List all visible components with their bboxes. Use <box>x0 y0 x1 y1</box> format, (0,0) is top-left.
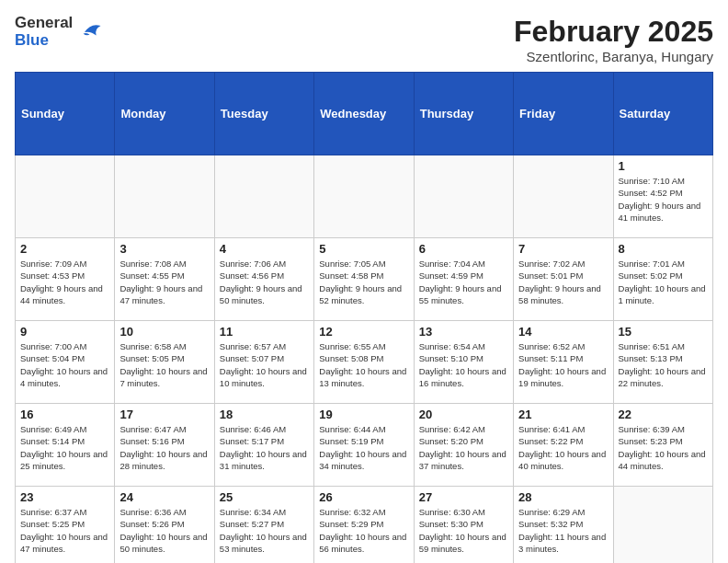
day-cell: 10Sunrise: 6:58 AM Sunset: 5:05 PM Dayli… <box>115 321 214 404</box>
day-cell: 6Sunrise: 7:04 AM Sunset: 4:59 PM Daylig… <box>414 238 513 321</box>
day-cell <box>16 155 115 238</box>
day-info: Sunrise: 7:05 AM Sunset: 4:58 PM Dayligh… <box>319 258 408 306</box>
day-number: 13 <box>419 325 508 339</box>
day-info: Sunrise: 6:44 AM Sunset: 5:19 PM Dayligh… <box>319 423 408 472</box>
day-cell: 16Sunrise: 6:49 AM Sunset: 5:14 PM Dayli… <box>16 404 115 487</box>
day-info: Sunrise: 7:01 AM Sunset: 5:02 PM Dayligh… <box>619 258 708 306</box>
day-info: Sunrise: 6:57 AM Sunset: 5:07 PM Dayligh… <box>220 340 309 389</box>
day-cell: 5Sunrise: 7:05 AM Sunset: 4:58 PM Daylig… <box>314 238 414 321</box>
day-cell <box>514 155 613 238</box>
day-number: 9 <box>20 325 109 339</box>
day-info: Sunrise: 6:42 AM Sunset: 5:20 PM Dayligh… <box>419 423 508 472</box>
day-number: 21 <box>518 408 608 421</box>
day-number: 26 <box>319 490 408 504</box>
day-cell: 12Sunrise: 6:55 AM Sunset: 5:08 PM Dayli… <box>314 321 414 404</box>
day-number: 25 <box>220 490 309 504</box>
day-info: Sunrise: 6:41 AM Sunset: 5:22 PM Dayligh… <box>518 423 608 472</box>
day-number: 24 <box>119 490 209 504</box>
day-cell: 11Sunrise: 6:57 AM Sunset: 5:07 PM Dayli… <box>214 321 313 404</box>
day-cell: 26Sunrise: 6:32 AM Sunset: 5:29 PM Dayli… <box>314 487 414 564</box>
week-row-2: 2Sunrise: 7:09 AM Sunset: 4:53 PM Daylig… <box>16 238 713 321</box>
week-row-5: 23Sunrise: 6:37 AM Sunset: 5:25 PM Dayli… <box>16 487 713 564</box>
day-info: Sunrise: 7:00 AM Sunset: 5:04 PM Dayligh… <box>20 340 109 389</box>
day-info: Sunrise: 7:09 AM Sunset: 4:53 PM Dayligh… <box>20 258 109 306</box>
day-info: Sunrise: 7:08 AM Sunset: 4:55 PM Dayligh… <box>119 258 209 306</box>
day-info: Sunrise: 6:55 AM Sunset: 5:08 PM Dayligh… <box>319 340 408 389</box>
day-cell: 1Sunrise: 7:10 AM Sunset: 4:52 PM Daylig… <box>613 155 712 238</box>
day-cell: 25Sunrise: 6:34 AM Sunset: 5:27 PM Dayli… <box>214 487 313 564</box>
day-number: 16 <box>20 408 109 421</box>
day-cell <box>314 155 414 238</box>
weekday-header-wednesday: Wednesday <box>314 73 414 155</box>
day-number: 22 <box>619 408 708 421</box>
day-cell: 24Sunrise: 6:36 AM Sunset: 5:26 PM Dayli… <box>115 487 214 564</box>
day-number: 19 <box>319 408 408 421</box>
day-info: Sunrise: 6:37 AM Sunset: 5:25 PM Dayligh… <box>20 506 109 555</box>
day-info: Sunrise: 6:54 AM Sunset: 5:10 PM Dayligh… <box>419 340 508 389</box>
day-number: 11 <box>220 325 309 339</box>
day-number: 1 <box>619 159 708 173</box>
weekday-header-thursday: Thursday <box>414 73 513 155</box>
day-cell <box>214 155 313 238</box>
logo-blue: Blue <box>15 32 73 50</box>
logo-general: General <box>15 15 73 32</box>
day-info: Sunrise: 7:10 AM Sunset: 4:52 PM Dayligh… <box>619 175 708 224</box>
day-info: Sunrise: 6:39 AM Sunset: 5:23 PM Dayligh… <box>619 423 708 472</box>
day-number: 4 <box>220 242 309 256</box>
day-info: Sunrise: 7:06 AM Sunset: 4:56 PM Dayligh… <box>220 258 309 306</box>
logo-icon: General Blue <box>15 15 73 49</box>
day-cell: 23Sunrise: 6:37 AM Sunset: 5:25 PM Dayli… <box>16 487 115 564</box>
week-row-3: 9Sunrise: 7:00 AM Sunset: 5:04 PM Daylig… <box>16 321 713 404</box>
day-cell: 8Sunrise: 7:01 AM Sunset: 5:02 PM Daylig… <box>613 238 712 321</box>
day-cell: 28Sunrise: 6:29 AM Sunset: 5:32 PM Dayli… <box>514 487 613 564</box>
day-cell <box>414 155 513 238</box>
day-info: Sunrise: 6:36 AM Sunset: 5:26 PM Dayligh… <box>119 506 209 555</box>
day-number: 8 <box>619 242 708 256</box>
day-info: Sunrise: 6:30 AM Sunset: 5:30 PM Dayligh… <box>419 506 508 555</box>
weekday-header-monday: Monday <box>115 73 214 155</box>
day-cell: 17Sunrise: 6:47 AM Sunset: 5:16 PM Dayli… <box>115 404 214 487</box>
day-cell: 21Sunrise: 6:41 AM Sunset: 5:22 PM Dayli… <box>514 404 613 487</box>
day-cell: 2Sunrise: 7:09 AM Sunset: 4:53 PM Daylig… <box>16 238 115 321</box>
day-info: Sunrise: 7:02 AM Sunset: 5:01 PM Dayligh… <box>518 258 608 306</box>
day-number: 6 <box>419 242 508 256</box>
day-info: Sunrise: 6:46 AM Sunset: 5:17 PM Dayligh… <box>220 423 309 472</box>
weekday-header-row: SundayMondayTuesdayWednesdayThursdayFrid… <box>16 73 713 155</box>
day-number: 12 <box>319 325 408 339</box>
day-number: 28 <box>518 490 608 504</box>
day-cell <box>613 487 712 564</box>
day-number: 20 <box>419 408 508 421</box>
calendar: SundayMondayTuesdayWednesdayThursdayFrid… <box>15 72 713 563</box>
day-cell: 14Sunrise: 6:52 AM Sunset: 5:11 PM Dayli… <box>514 321 613 404</box>
title-area: February 2025 Szentlorinc, Baranya, Hung… <box>514 15 713 64</box>
header: General Blue February 2025 Szentlorinc, … <box>15 15 713 64</box>
day-number: 2 <box>20 242 109 256</box>
day-info: Sunrise: 6:29 AM Sunset: 5:32 PM Dayligh… <box>518 506 608 555</box>
day-number: 7 <box>518 242 608 256</box>
weekday-header-saturday: Saturday <box>613 73 712 155</box>
day-cell: 15Sunrise: 6:51 AM Sunset: 5:13 PM Dayli… <box>613 321 712 404</box>
day-cell: 18Sunrise: 6:46 AM Sunset: 5:17 PM Dayli… <box>214 404 313 487</box>
logo: General Blue <box>15 15 104 49</box>
day-number: 27 <box>419 490 508 504</box>
weekday-header-friday: Friday <box>514 73 613 155</box>
weekday-header-tuesday: Tuesday <box>214 73 313 155</box>
day-cell <box>115 155 214 238</box>
day-info: Sunrise: 6:51 AM Sunset: 5:13 PM Dayligh… <box>619 340 708 389</box>
day-cell: 9Sunrise: 7:00 AM Sunset: 5:04 PM Daylig… <box>16 321 115 404</box>
day-cell: 13Sunrise: 6:54 AM Sunset: 5:10 PM Dayli… <box>414 321 513 404</box>
week-row-1: 1Sunrise: 7:10 AM Sunset: 4:52 PM Daylig… <box>16 155 713 238</box>
day-cell: 7Sunrise: 7:02 AM Sunset: 5:01 PM Daylig… <box>514 238 613 321</box>
day-info: Sunrise: 7:04 AM Sunset: 4:59 PM Dayligh… <box>419 258 508 306</box>
month-title: February 2025 <box>514 15 713 49</box>
location-title: Szentlorinc, Baranya, Hungary <box>514 49 713 64</box>
day-number: 18 <box>220 408 309 421</box>
day-info: Sunrise: 6:47 AM Sunset: 5:16 PM Dayligh… <box>119 423 209 472</box>
day-number: 10 <box>119 325 209 339</box>
day-number: 5 <box>319 242 408 256</box>
day-cell: 27Sunrise: 6:30 AM Sunset: 5:30 PM Dayli… <box>414 487 513 564</box>
day-info: Sunrise: 6:34 AM Sunset: 5:27 PM Dayligh… <box>220 506 309 555</box>
day-cell: 3Sunrise: 7:08 AM Sunset: 4:55 PM Daylig… <box>115 238 214 321</box>
day-number: 17 <box>119 408 209 421</box>
day-number: 15 <box>619 325 708 339</box>
